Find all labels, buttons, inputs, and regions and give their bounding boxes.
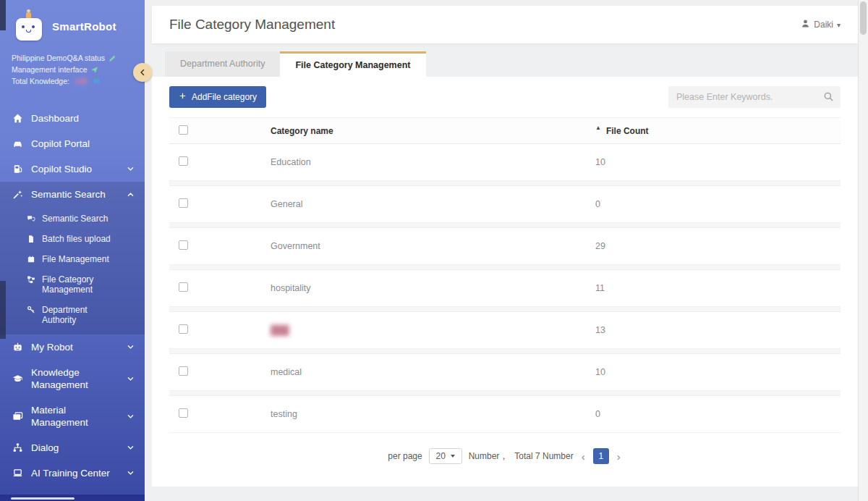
sidebar-item-material-management[interactable]: Material Management [0,397,145,435]
file-count-value: 13 [595,325,605,335]
category-name: hospitality [271,283,311,293]
table-row: medical10 [169,354,841,391]
select-all-checkbox[interactable] [179,125,188,135]
sidebar-item-dialog[interactable]: Dialog [0,435,145,460]
gas-pump-icon [12,164,23,174]
plus-icon [179,92,187,102]
row-checkbox[interactable] [179,240,188,250]
table-header: Category name ▲ File Count [169,117,841,144]
row-checkbox[interactable] [179,198,188,208]
sitemap-icon [27,274,35,284]
prev-page-button[interactable]: ‹ [580,451,587,462]
category-name: testing [271,409,297,419]
search-icon[interactable] [823,91,834,105]
sidebar-item-label: AI Training Center [31,467,119,479]
category-name: ███ [271,325,289,335]
sidebar-subitem-file-category-management[interactable]: File Category Management [0,269,145,300]
sidebar-scrollbar-thumb[interactable] [0,281,6,339]
table-row: Education10 [169,144,841,181]
sidebar-item-knowledge-management[interactable]: Knowledge Management [0,360,145,397]
sort-asc-icon[interactable]: ▲ [595,125,601,131]
row-checkbox[interactable] [179,324,188,334]
column-header-file-count[interactable]: ▲ File Count [584,126,841,136]
sidebar-scrollbar[interactable] [0,0,6,30]
select-caret-icon [451,455,455,458]
graduation-cap-icon [12,374,23,384]
tab-department-authority[interactable]: Department Authority [165,51,280,77]
row-checkbox[interactable] [179,408,188,418]
column-header-category-name[interactable]: Category name [263,126,584,136]
interface-line: Management interface [12,64,87,75]
sidebar-subitem-department-authority[interactable]: Department Authority [0,300,145,330]
content-card: AddFile category Category name ▲ File Co… [152,77,858,487]
home-icon [12,113,23,124]
chevron-down-icon [127,469,135,477]
per-page-value: 20 [435,451,445,461]
row-divider [169,223,841,228]
sidebar-item-my-robot[interactable]: My Robot [0,334,145,360]
tab-file-category-management[interactable]: File Category Management [280,51,425,77]
row-checkbox[interactable] [179,156,188,166]
laptop-icon [12,468,23,479]
user-name: Daiki [814,20,833,30]
add-file-category-button[interactable]: AddFile category [169,86,266,108]
search-input[interactable] [668,86,841,108]
scrollbar-thumb[interactable] [860,1,867,35]
row-divider [169,307,841,312]
file-count-value: 0 [595,409,600,419]
sidebar-collapse-button[interactable] [133,63,152,82]
category-table: Category name ▲ File Count Education10Ge… [169,117,841,433]
sidebar-menu: DashboardCopilot PortalCopilot StudioSem… [0,106,145,486]
user-menu[interactable]: Daiki ▾ [801,19,841,30]
sidebar: SmartRobot Philippine DemoQ&A status Man… [0,0,145,501]
knowledge-chat-icon [93,77,101,85]
chevron-down-icon [127,444,135,452]
chevron-left-icon [138,68,147,77]
category-name: medical [271,367,302,377]
sidebar-subitem-file-management[interactable]: File Management [0,249,145,269]
knowledge-label: Total Knowledge: [12,75,69,87]
next-page-button[interactable]: › [616,451,622,462]
table-body: Education10General0Government29hospitali… [169,144,841,433]
sidebar-item-label: My Robot [31,341,119,353]
category-name: General [271,199,302,209]
row-checkbox[interactable] [179,366,188,376]
chevron-down-icon [127,375,135,383]
file-count-value: 11 [595,283,605,293]
sidebar-item-semantic-search[interactable]: Semantic Search [0,182,145,207]
vertical-scrollbar[interactable] [858,0,868,501]
row-divider [169,349,841,354]
pagination: per page 20 Number， Total 7 Number ‹ 1 › [152,433,858,473]
chevron-down-icon [127,343,135,351]
sidebar-item-copilot-portal[interactable]: Copilot Portal [0,131,145,156]
edit-pencil-icon[interactable] [109,54,116,62]
sidebar-subitem-label: File Management [42,254,109,264]
row-checkbox[interactable] [179,282,188,292]
main-area: File Category Management Daiki ▾ Departm… [145,0,858,501]
sidebar-item-clipped[interactable] [0,494,145,501]
add-button-label: AddFile category [192,92,257,102]
chevron-down-icon [127,413,135,421]
sidebar-item-ai-training-center[interactable]: AI Training Center [0,460,145,486]
category-name: Government [271,241,320,251]
paper-plane-icon[interactable] [90,66,98,74]
images-icon [12,411,23,422]
sidebar-subitem-label: Semantic Search [42,214,108,224]
tab-bar: Department Authority File Category Manag… [165,51,858,77]
table-row: testing0 [169,396,841,433]
row-divider [169,181,841,186]
sidebar-item-copilot-studio[interactable]: Copilot Studio [0,156,145,182]
per-page-select[interactable]: 20 [429,448,462,464]
sidebar-subitem-batch-files-upload[interactable]: Batch files upload [0,229,145,249]
sidebar-item-dashboard[interactable]: Dashboard [0,106,145,131]
user-icon [801,19,810,30]
page-1-button[interactable]: 1 [593,448,609,464]
unit-label: Number， [469,450,509,463]
org-chart-icon [12,442,23,453]
row-divider [169,265,841,270]
sidebar-subitem-semantic-search[interactable]: Semantic Search [0,209,145,229]
table-row: Government29 [169,228,841,265]
sidebar-subitem-label: Department Authority [42,305,122,325]
category-name: Education [271,157,311,167]
brand: SmartRobot [0,0,145,45]
